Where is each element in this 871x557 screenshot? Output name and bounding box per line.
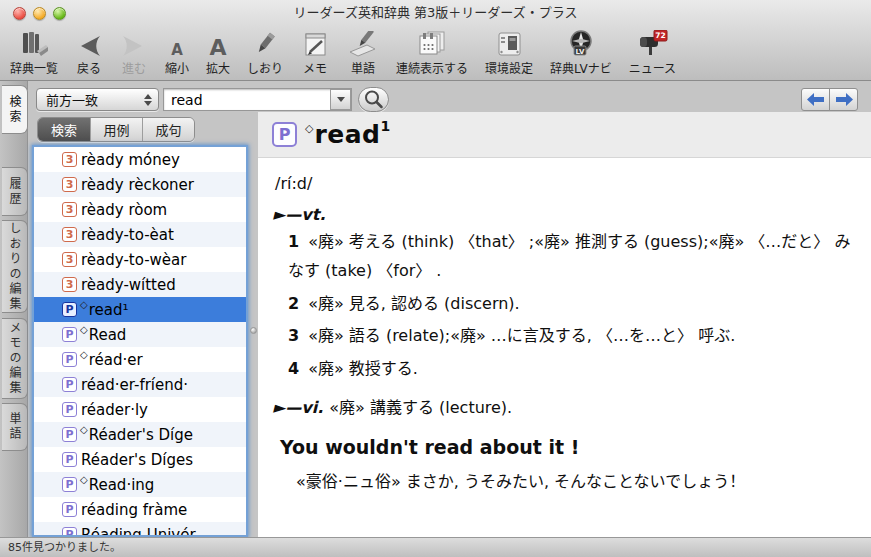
list-item[interactable]: 3rèady-wítted (34, 272, 246, 297)
match-mode-popup[interactable]: 前方一致 (36, 88, 159, 111)
list-item[interactable]: 3rèady móney (34, 147, 246, 172)
dict-type-badge: P (62, 527, 77, 537)
search-input[interactable] (163, 88, 352, 111)
list-item-label: réading fràme (81, 501, 187, 519)
list-item[interactable]: 3rèady-to-wèar (34, 247, 246, 272)
toolbar-label: しおり (247, 59, 283, 76)
close-button[interactable] (13, 7, 26, 20)
toolbar-label: 単語 (351, 59, 375, 76)
dict-type-badge: P (62, 477, 77, 492)
sense-text: «廃» 講義する (lecture). (329, 398, 512, 417)
memo-button[interactable]: メモ (300, 29, 330, 76)
list-item[interactable]: 3rèady rèckoner (34, 172, 246, 197)
dictionary-app-window: { "window": { "title": "リーダーズ英和辞典 第3版＋リー… (0, 0, 871, 557)
sense-line: 1«廃» 考える (think) 〈that〉 ;«廃» 推測する (guess… (273, 228, 859, 286)
toolbar-label: 連続表示する (396, 59, 468, 76)
list-item-selected[interactable]: P◇read¹ (34, 297, 246, 322)
news-button[interactable]: 72 ニュース (629, 29, 676, 76)
mailbox-icon: 72 (635, 29, 669, 58)
stress-marker-icon: ◇ (80, 474, 88, 485)
list-item[interactable]: 3rèady-to-èat (34, 222, 246, 247)
zoom-button[interactable] (53, 7, 66, 20)
list-item[interactable]: P◇Read (34, 322, 246, 347)
next-entry-button[interactable] (829, 88, 858, 111)
word-pencil-icon (347, 29, 379, 58)
sidebar-tab-history[interactable]: 履歴 (2, 167, 28, 216)
dict-type-badge: P (62, 452, 77, 467)
sidebar-tab-memo-edit[interactable]: メモの編集 (2, 318, 28, 399)
dict-type-badge: 3 (62, 252, 77, 267)
search-button[interactable] (358, 87, 389, 112)
list-item[interactable]: Préader·ly (34, 397, 246, 422)
list-item[interactable]: Préading fràme (34, 497, 246, 522)
sidebar-tab-words[interactable]: 単語 (2, 403, 28, 451)
lv-navi-button[interactable]: LV 辞典LVナビ (550, 29, 612, 76)
splitter-handle[interactable] (250, 327, 257, 334)
sense-text: «廃» 教授する. (308, 359, 418, 378)
dict-type-badge: P (272, 122, 297, 147)
bookmark-button[interactable]: しおり (247, 29, 283, 76)
dict-type-badge: P (62, 502, 77, 517)
toolbar-label: 辞典LVナビ (550, 59, 612, 76)
pos-line-vt: ►—vt. (273, 205, 859, 224)
sidebar-tab-search[interactable]: 検索 (2, 85, 28, 134)
dict-type-badge: P (62, 427, 77, 442)
sidebar-tab-bookmark-edit[interactable]: しおりの編集 (2, 220, 28, 313)
preferences-button[interactable]: 環境設定 (485, 29, 533, 76)
dict-type-badge: 3 (62, 177, 77, 192)
previous-entry-button[interactable] (801, 88, 830, 111)
continuous-display-button[interactable]: 連続表示する (396, 29, 468, 76)
memo-pad-icon (300, 29, 330, 58)
dict-type-badge: 3 (62, 227, 77, 242)
lv-navi-clock-icon: LV (565, 29, 597, 58)
list-item[interactable]: PRéading Univér (34, 522, 246, 537)
stress-marker-icon: ◇ (80, 424, 88, 435)
blue-right-arrow-icon (834, 92, 854, 107)
shrink-text-button[interactable]: A 縮小 (165, 29, 189, 76)
list-item[interactable]: Préad·er-fríend· (34, 372, 246, 397)
chevron-down-icon (337, 97, 345, 102)
enlarge-text-button[interactable]: A 拡大 (206, 29, 230, 76)
status-message: 85件見つかりました。 (8, 541, 121, 554)
minimize-button[interactable] (33, 7, 46, 20)
list-item-label: Read·ing (89, 476, 155, 494)
toolbar-label: 戻る (77, 59, 101, 76)
result-type-tabs: 検索 用例 成句 (37, 117, 195, 142)
dictionary-list-button[interactable]: 辞典一覧 (10, 29, 58, 76)
word-list: 3rèady móney 3rèady rèckoner 3rèady ròom… (32, 145, 248, 537)
sense-line: 2«廃» 見る, 認める (discern). (273, 290, 859, 319)
list-item[interactable]: P◇réad·er (34, 347, 246, 372)
list-item-label: read¹ (89, 301, 129, 319)
sense-text: «廃» 考える (think) 〈that〉 ;«廃» 推測する (guess)… (288, 232, 850, 280)
word-register-button[interactable]: 単語 (347, 29, 379, 76)
search-history-dropdown-button[interactable] (330, 89, 351, 110)
side-rail: 検索 履歴 しおりの編集 メモの編集 単語 (0, 81, 28, 537)
list-item[interactable]: P◇Réader's Díge (34, 422, 246, 447)
tab-search[interactable]: 検索 (38, 118, 90, 141)
window-chrome: リーダーズ英和辞典 第3版＋リーダーズ・プラス 辞典一覧 戻る 進む A 縮小 (0, 0, 871, 81)
list-item-label: réad·er (89, 351, 143, 369)
sense-line: 4«廃» 教授する. (273, 355, 859, 384)
list-item-label: réader·ly (81, 401, 148, 419)
pos-line-vi: ►—vi.«廃» 講義する (lecture). (273, 394, 859, 418)
list-item[interactable]: P◇Read·ing (34, 472, 246, 497)
svg-text:72: 72 (656, 31, 666, 40)
tab-idioms[interactable]: 成句 (142, 118, 194, 141)
list-item-label: rèady-wítted (81, 276, 176, 294)
back-button[interactable]: 戻る (75, 29, 103, 76)
svg-text:LV: LV (575, 48, 584, 56)
back-arrow-icon (75, 29, 103, 58)
list-item-label: Réader's Díges (81, 451, 193, 469)
list-item[interactable]: 3rèady ròom (34, 197, 246, 222)
sense-text: «廃» 見る, 認める (discern). (308, 294, 520, 313)
dict-type-badge: P (62, 377, 77, 392)
pronunciation: /rí:d/ (275, 174, 859, 193)
entry-body: /rí:d/ ►—vt. 1«廃» 考える (think) 〈that〉 ;«廃… (258, 158, 871, 495)
tab-usage[interactable]: 用例 (90, 118, 142, 141)
stress-marker-icon: ◇ (80, 324, 88, 335)
headword-superscript: 1 (381, 118, 391, 134)
dict-type-badge: 3 (62, 277, 77, 292)
forward-button[interactable]: 進む (120, 29, 148, 76)
blue-left-arrow-icon (806, 92, 826, 107)
list-item[interactable]: PRéader's Díges (34, 447, 246, 472)
